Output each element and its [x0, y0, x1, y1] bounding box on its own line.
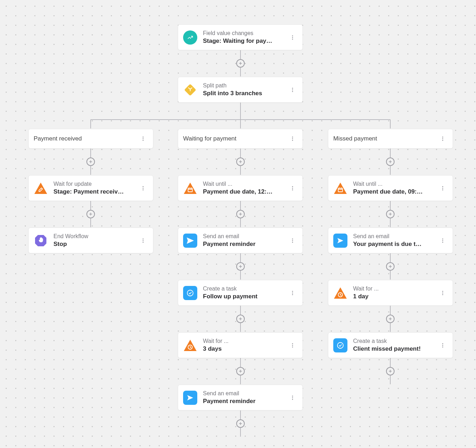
svg-point-34 — [292, 137, 293, 138]
workflow-node[interactable]: Send an email Payment reminder — [178, 228, 303, 253]
svg-point-72 — [143, 240, 144, 241]
node-title: Wait until ... — [353, 180, 438, 188]
workflow-node[interactable]: Send an email Your payment is due t… — [328, 228, 453, 253]
workflow-node[interactable]: Wait for ... 1 day — [328, 280, 453, 306]
svg-point-69 — [143, 189, 144, 190]
send-icon — [183, 234, 197, 248]
svg-point-113 — [442, 291, 443, 292]
node-text: Wait for update Stage: Payment receiv… — [53, 180, 138, 196]
node-subtitle: Payment due date, 09:… — [353, 188, 438, 196]
svg-point-71 — [143, 239, 144, 240]
node-text: Wait for ... 1 day — [353, 285, 438, 300]
edit-icon — [34, 181, 48, 195]
add-step-button[interactable] — [386, 367, 395, 375]
workflow-node[interactable]: Create a task Client missed payment! — [328, 332, 453, 358]
svg-point-32 — [143, 138, 144, 139]
node-menu-button[interactable] — [138, 183, 148, 193]
branch-header-missed[interactable]: Missed payment — [328, 129, 453, 149]
svg-point-67 — [143, 186, 144, 187]
node-subtitle: Stage: Payment receiv… — [53, 188, 138, 196]
node-menu-button[interactable] — [438, 288, 448, 298]
svg-point-105 — [442, 188, 443, 189]
svg-point-94 — [292, 346, 293, 348]
node-menu-button[interactable] — [288, 85, 298, 95]
svg-point-37 — [442, 137, 443, 138]
add-step-button[interactable] — [236, 419, 245, 428]
svg-point-115 — [442, 294, 443, 295]
node-subtitle: Split into 3 branches — [203, 90, 288, 97]
add-step-button[interactable] — [236, 210, 245, 218]
svg-point-97 — [292, 397, 293, 398]
svg-point-87 — [292, 291, 293, 292]
workflow-node[interactable]: Send an email Payment reminder — [178, 385, 303, 410]
node-title: Send an email — [203, 233, 288, 240]
add-step-button[interactable] — [386, 210, 395, 218]
svg-point-79 — [292, 186, 293, 187]
add-step-button[interactable] — [236, 157, 245, 166]
node-menu-button[interactable] — [138, 236, 148, 246]
workflow-node[interactable]: Wait for ... 3 days — [178, 332, 303, 358]
add-step-button[interactable] — [236, 262, 245, 271]
node-title: Send an email — [353, 233, 438, 240]
node-menu-button[interactable] — [288, 183, 298, 193]
node-menu-button[interactable] — [288, 134, 298, 144]
node-menu-button[interactable] — [288, 393, 298, 403]
add-step-button[interactable] — [86, 210, 95, 218]
svg-point-117 — [442, 343, 443, 344]
branch-header-waiting[interactable]: Waiting for payment — [178, 129, 303, 149]
node-text: Wait until ... Payment due date, 09:… — [353, 180, 438, 196]
node-menu-button[interactable] — [288, 340, 298, 350]
node-menu-button[interactable] — [138, 134, 148, 144]
node-text: Field value changes Stage: Waiting for p… — [203, 30, 288, 45]
add-step-button[interactable] — [386, 315, 395, 323]
node-text: Create a task Client missed payment! — [353, 338, 438, 353]
add-step-button[interactable] — [386, 262, 395, 271]
svg-point-36 — [292, 140, 293, 141]
add-step-button[interactable] — [236, 59, 245, 68]
node-title: Send an email — [203, 390, 288, 397]
node-menu-button[interactable] — [288, 33, 298, 42]
node-title: Create a task — [353, 338, 438, 345]
svg-point-98 — [292, 399, 293, 400]
workflow-end-node[interactable]: End Workflow Stop — [28, 228, 153, 253]
node-menu-button[interactable] — [438, 183, 448, 193]
svg-point-29 — [292, 89, 293, 90]
node-title: Wait for update — [53, 180, 138, 188]
workflow-split-node[interactable]: Split path Split into 3 branches — [178, 77, 303, 103]
node-menu-button[interactable] — [288, 236, 298, 246]
stop-icon — [34, 234, 48, 248]
svg-point-19 — [292, 35, 293, 36]
svg-point-119 — [442, 346, 443, 348]
add-step-button[interactable] — [236, 315, 245, 323]
node-menu-button[interactable] — [438, 134, 448, 144]
node-title: Split path — [203, 82, 288, 90]
svg-point-86 — [187, 290, 193, 296]
svg-point-108 — [442, 239, 443, 240]
svg-point-114 — [442, 292, 443, 293]
workflow-node[interactable]: Create a task Follow up payment — [178, 280, 303, 306]
workflow-trigger-node[interactable]: Field value changes Stage: Waiting for p… — [178, 24, 303, 50]
add-step-button[interactable] — [236, 367, 245, 375]
node-menu-button[interactable] — [438, 236, 448, 246]
node-subtitle: 3 days — [203, 345, 288, 353]
node-subtitle: 1 day — [353, 293, 438, 300]
send-icon — [183, 391, 197, 405]
svg-point-109 — [442, 240, 443, 241]
node-menu-button[interactable] — [288, 288, 298, 298]
branch-header-payment-received[interactable]: Payment received — [28, 129, 153, 149]
workflow-node[interactable]: Wait for update Stage: Payment receiv… — [28, 175, 153, 201]
clock-icon — [183, 338, 197, 352]
add-step-button[interactable] — [386, 157, 395, 166]
svg-point-80 — [292, 188, 293, 189]
workflow-node[interactable]: Wait until ... Payment due date, 12:… — [178, 175, 303, 201]
calendar-icon — [183, 181, 197, 195]
node-menu-button[interactable] — [438, 340, 448, 350]
node-text: Waiting for payment — [183, 135, 288, 143]
workflow-node[interactable]: Wait until ... Payment due date, 09:… — [328, 175, 453, 201]
add-step-button[interactable] — [86, 157, 95, 166]
svg-point-116 — [338, 342, 344, 348]
svg-point-28 — [292, 88, 293, 89]
svg-point-110 — [442, 242, 443, 243]
svg-point-21 — [292, 39, 293, 40]
node-text: Wait until ... Payment due date, 12:… — [203, 180, 288, 196]
